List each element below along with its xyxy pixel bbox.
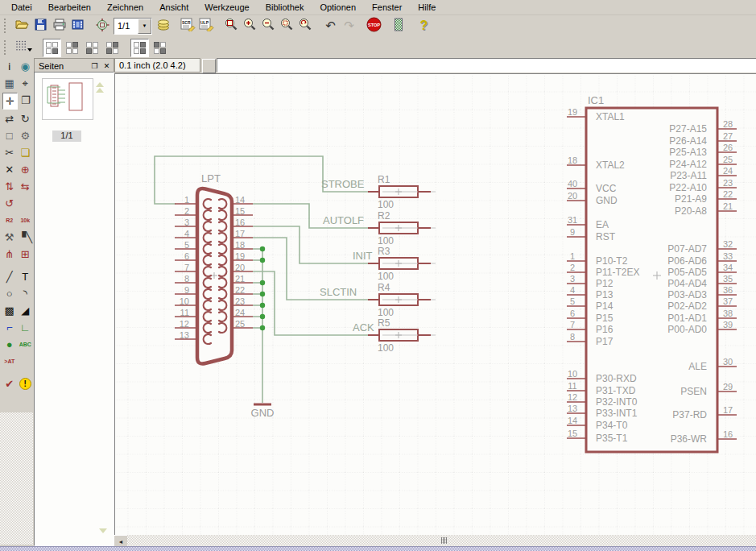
tool-junction[interactable]: ● — [2, 337, 17, 352]
help-button[interactable]: ? — [415, 18, 432, 35]
grid-settings-button[interactable] — [14, 39, 35, 56]
tool-pinswap[interactable]: ⇆ — [19, 179, 33, 194]
command-input[interactable] — [217, 58, 756, 72]
net-label-AUTOLF[interactable]: AUTOLF — [323, 214, 364, 226]
undo-button[interactable]: ↶ — [322, 18, 339, 35]
thumb-scroll-down-icon[interactable] — [99, 528, 107, 533]
menu-ansicht[interactable]: Ansicht — [151, 1, 196, 14]
save-button[interactable] — [32, 18, 49, 35]
scrollbar-grip[interactable] — [441, 537, 448, 544]
tool-gateswap[interactable]: ↺ — [2, 196, 17, 211]
net-label-SLCTIN[interactable]: SLCTIN — [320, 286, 357, 298]
cam-button[interactable] — [69, 18, 86, 35]
menu-bearbeiten[interactable]: Bearbeiten — [40, 1, 99, 14]
page-thumbnail[interactable] — [42, 78, 93, 120]
thumb-scroll-up-icon[interactable] — [96, 88, 104, 93]
net-label-INIT[interactable]: INIT — [353, 250, 373, 262]
window-preset-3[interactable] — [83, 39, 101, 57]
page-number-label[interactable]: 1/1 — [52, 130, 81, 142]
coordbar-splitter[interactable] — [202, 59, 216, 73]
tool-arc[interactable]: ◝ — [19, 286, 33, 301]
redo-button[interactable]: ↷ — [341, 18, 357, 35]
zoom-in-button[interactable] — [242, 18, 258, 35]
tool-split[interactable]: ⋔ — [2, 246, 17, 262]
connector-pin-number: 16 — [235, 218, 245, 227]
board-button[interactable] — [94, 18, 111, 35]
tool-polygon[interactable]: ◢ — [19, 303, 33, 318]
menu-optionen[interactable]: Optionen — [312, 1, 364, 14]
tool-attribute[interactable]: >AT — [2, 354, 17, 369]
net-label-ACK[interactable]: ACK — [353, 321, 374, 334]
thumb-scroll-up-icon[interactable] — [96, 82, 104, 87]
ic-pin-number: 31 — [568, 215, 577, 225]
tool-wire[interactable]: ╱ — [2, 269, 17, 284]
tool-errors[interactable]: ! — [19, 376, 33, 392]
window-preset-5[interactable] — [130, 39, 149, 57]
zoom-select-button[interactable] — [279, 18, 295, 35]
print-icon — [52, 18, 67, 35]
toolbar-separator — [408, 18, 415, 35]
menu-werkzeuge[interactable]: Werkzeuge — [196, 1, 257, 14]
scrollbar-track[interactable] — [127, 535, 756, 546]
ic-pin-number: 13 — [568, 404, 577, 413]
panel-float-icon[interactable]: ❐ — [89, 61, 100, 71]
tool-text[interactable]: T — [19, 269, 33, 284]
tool-display[interactable]: ▦ — [2, 76, 17, 91]
menu-fenster[interactable]: Fenster — [364, 1, 410, 14]
window-preset-1[interactable] — [43, 39, 61, 57]
schematic-canvas[interactable]: GND LPT 1 2 3 4 5 6 7 8 9 10 11 12 13141… — [114, 73, 756, 536]
tool-mark[interactable]: ⌖ — [19, 76, 33, 91]
tool-net[interactable]: ∟ — [19, 320, 33, 335]
tool-bus[interactable]: ⌐ — [2, 320, 17, 335]
toolbar-drag-handle[interactable] — [4, 40, 10, 55]
preset-cell — [86, 48, 92, 54]
tool-replace[interactable]: ⇅ — [2, 179, 17, 194]
tool-info[interactable]: i — [2, 59, 17, 74]
open-button[interactable] — [14, 18, 31, 35]
tool-name[interactable]: R2 — [2, 213, 17, 228]
tool-paste[interactable]: ❏ — [19, 145, 33, 160]
tool-copy[interactable]: ❐ — [19, 93, 33, 108]
tool-label[interactable]: ABC — [19, 337, 33, 352]
tool-rect[interactable]: ▩ — [2, 303, 17, 318]
toolbar-drag-handle[interactable] — [4, 19, 10, 33]
tool-mirror[interactable]: ⇄ — [2, 111, 17, 126]
library-button[interactable] — [155, 18, 171, 35]
zoom-redraw-button[interactable] — [297, 18, 314, 35]
chevron-down-icon[interactable]: ▼ — [138, 19, 151, 34]
zoom-out-button[interactable] — [260, 18, 277, 35]
tool-group[interactable]: □ — [2, 128, 17, 143]
menu-bibliothek[interactable]: Bibliothek — [258, 1, 312, 14]
tool-show[interactable]: ◉ — [19, 59, 33, 74]
tool-smash[interactable]: ⚒ — [2, 230, 16, 245]
stop-button[interactable]: STOP — [366, 18, 382, 35]
ulp-button[interactable]: ULP — [198, 18, 215, 35]
zoom-fit-button[interactable] — [223, 18, 240, 35]
tool-move[interactable]: ✛ — [2, 93, 18, 110]
tool-miter[interactable]: ▝╲ — [18, 230, 32, 245]
menu-hilfe[interactable]: Hilfe — [410, 1, 444, 14]
window-preset-6[interactable] — [151, 39, 169, 57]
ic1-part[interactable]: IC1 19 XTAL1 18 XTAL2 40 VCC 20 GND 31 E… — [567, 94, 737, 452]
tool-change[interactable]: ⚙ — [19, 128, 33, 143]
tool-add[interactable]: ⊕ — [19, 162, 33, 177]
gnd-symbol[interactable]: GND — [251, 404, 275, 419]
menu-zeichnen[interactable]: Zeichnen — [99, 1, 151, 14]
tool-circle[interactable]: ○ — [2, 286, 17, 301]
print-button[interactable] — [51, 18, 68, 35]
tool-delete[interactable]: ✕ — [2, 162, 17, 177]
script-button[interactable]: SCR — [180, 18, 196, 35]
menu-datei[interactable]: Datei — [3, 1, 40, 14]
sheet-selector[interactable]: 1/1▼ — [114, 18, 152, 35]
progress-button[interactable] — [390, 18, 407, 35]
tool-value[interactable]: 10k — [19, 213, 33, 228]
net-label-STROBE[interactable]: STROBE — [321, 178, 365, 190]
window-preset-4[interactable] — [103, 39, 122, 57]
window-preset-2[interactable] — [63, 39, 81, 57]
horizontal-scrollbar[interactable]: ◄ — [113, 535, 756, 546]
panel-close-icon[interactable]: ✕ — [101, 61, 112, 71]
tool-erc[interactable]: ✔ — [2, 376, 17, 392]
tool-cut[interactable]: ✂ — [2, 145, 17, 160]
tool-rotate[interactable]: ↻ — [19, 111, 33, 126]
tool-invoke[interactable]: ⊞ — [19, 246, 33, 262]
